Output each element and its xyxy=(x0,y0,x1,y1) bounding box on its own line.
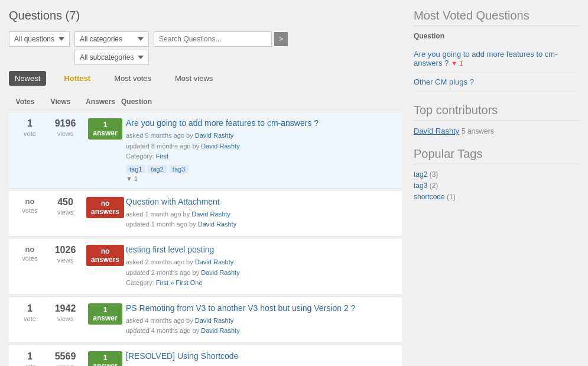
category-filters: All categories All subcategories xyxy=(74,31,149,65)
question-title-link[interactable]: Question with Attachment xyxy=(126,197,397,206)
views-label: views xyxy=(57,315,74,322)
popular-tags-title: Popular Tags xyxy=(414,147,579,164)
vote-label: vote xyxy=(24,130,36,137)
question-meta: asked 1 month ago by David Rashty update… xyxy=(126,209,397,230)
table-row: no votes 1026 views noanswers testing fi… xyxy=(9,239,402,295)
category-link[interactable]: First xyxy=(156,153,168,160)
question-info: Are you going to add more features to cm… xyxy=(126,118,397,182)
col-header-views: Views xyxy=(41,98,80,106)
most-voted-list: Are you going to add more features to cm… xyxy=(414,45,579,92)
views-label: views xyxy=(57,130,74,137)
tab-newest[interactable]: Newest xyxy=(9,71,46,86)
question-info: PS Remoting from V3 to another V3 host b… xyxy=(126,303,397,336)
question-meta: asked 2 months ago by David Rashty updat… xyxy=(126,257,397,289)
votes-stat: 1 vote xyxy=(14,303,46,323)
main-content: Questions (7) All questions All categori… xyxy=(9,9,402,366)
table-row: no votes 450 views noanswers Question wi… xyxy=(9,191,402,237)
views-stat: 1026 views xyxy=(46,245,85,264)
views-stat: 5569 views xyxy=(46,351,85,366)
answer-badge: 1answer xyxy=(88,351,122,366)
question-meta: asked 9 months ago by David Rashty updat… xyxy=(126,364,397,366)
column-headers: Votes Views Answers Question xyxy=(9,95,402,109)
search-input[interactable] xyxy=(154,31,272,47)
views-count: 1942 xyxy=(46,303,85,314)
votes-stat: 1 vote xyxy=(14,118,46,138)
vote-label: votes xyxy=(22,255,37,262)
author-link-updated[interactable]: David Rashty xyxy=(201,327,239,334)
contributor-item: David Rashty 5 answers xyxy=(414,127,579,135)
col-header-votes: Votes xyxy=(9,98,41,106)
popular-tag-item: shortcode (1) xyxy=(414,193,579,201)
search-button[interactable]: > xyxy=(274,32,288,46)
answers-stat: noanswers xyxy=(85,197,126,218)
vote-count: no xyxy=(14,245,46,254)
voted-count: ▼ 1 xyxy=(451,60,463,67)
answer-badge: 1answer xyxy=(88,303,122,325)
question-meta: asked 4 months ago by David Rashty updat… xyxy=(126,316,397,336)
views-stat: 9196 views xyxy=(46,118,85,138)
answer-badge: noanswers xyxy=(86,197,124,218)
tag[interactable]: tag1 xyxy=(126,165,145,173)
top-contributors-title: Top contributors xyxy=(414,103,579,121)
views-count: 450 xyxy=(46,197,85,208)
sidebar-question-link[interactable]: Are you going to add more features to cm… xyxy=(414,50,558,67)
tag-count: (1) xyxy=(447,193,456,201)
views-stat: 450 views xyxy=(46,197,85,216)
views-stat: 1942 views xyxy=(46,303,85,323)
views-label: views xyxy=(57,257,74,264)
sidebar: Most Voted Questions Question Are you go… xyxy=(414,9,579,366)
contributor-answers: 5 answers xyxy=(462,127,494,135)
search-row: > xyxy=(154,31,288,47)
views-label: views xyxy=(57,209,74,216)
table-row: 1 vote 5569 views 1answer [RESOLVED] Usi… xyxy=(9,345,402,366)
all-questions-select[interactable]: All questions xyxy=(9,31,70,47)
vote-label: votes xyxy=(22,207,37,214)
author-link[interactable]: David Rashty xyxy=(195,317,233,324)
author-link-updated[interactable]: David Rashty xyxy=(198,221,236,228)
tabs-row: Newest Hottest Most votes Most views xyxy=(9,71,402,86)
all-categories-select[interactable]: All categories xyxy=(74,31,149,47)
col-header-answers: Answers xyxy=(80,98,121,106)
category-link[interactable]: First » First One xyxy=(156,279,203,286)
vote-count: 1 xyxy=(14,303,46,314)
votes-stat: no votes xyxy=(14,245,46,263)
sidebar-voted-item: Are you going to add more features to cm… xyxy=(414,45,579,73)
author-link[interactable]: David Rashty xyxy=(191,210,230,218)
tag[interactable]: tag3 xyxy=(169,165,189,173)
question-meta: asked 9 months ago by David Rashty updat… xyxy=(126,131,397,162)
answer-badge: noanswers xyxy=(86,245,124,266)
tag[interactable]: tag2 xyxy=(147,165,167,173)
question-title-link[interactable]: Are you going to add more features to cm… xyxy=(126,118,397,128)
tab-most-views[interactable]: Most views xyxy=(169,71,219,86)
table-row: 1 vote 9196 views 1answer Are you going … xyxy=(9,112,402,189)
views-count: 9196 xyxy=(46,118,85,129)
popular-tag-link[interactable]: shortcode xyxy=(414,193,445,201)
tab-hottest[interactable]: Hottest xyxy=(58,71,96,86)
top-contributors-section: Top contributors David Rashty 5 answers xyxy=(414,103,579,135)
all-subcategories-select[interactable]: All subcategories xyxy=(74,50,149,65)
vote-indicator: ▼ 1 xyxy=(126,175,397,182)
views-label: views xyxy=(57,363,74,366)
sidebar-voted-item: Other CM plugs ? xyxy=(414,73,579,92)
question-info: [RESOLVED] Using Shortcode asked 9 month… xyxy=(126,351,397,366)
popular-tag-link[interactable]: tag3 xyxy=(414,182,427,190)
popular-tag-link[interactable]: tag2 xyxy=(414,170,427,179)
author-link-updated[interactable]: David Rashty xyxy=(201,142,239,150)
author-link[interactable]: David Rashty xyxy=(195,132,233,139)
sidebar-question-col: Question xyxy=(414,32,579,40)
tab-most-votes[interactable]: Most votes xyxy=(108,71,157,86)
author-link[interactable]: David Rashty xyxy=(195,258,233,265)
contributor-link[interactable]: David Rashty xyxy=(414,127,459,135)
author-link-updated[interactable]: David Rashty xyxy=(201,269,239,276)
vote-count: 1 xyxy=(14,351,46,362)
popular-tag-item: tag2 (3) xyxy=(414,170,579,179)
questions-list: 1 vote 9196 views 1answer Are you going … xyxy=(9,112,402,366)
question-title-link[interactable]: testing first level posting xyxy=(126,245,397,254)
contributors-list: David Rashty 5 answers xyxy=(414,127,579,135)
question-title-link[interactable]: [RESOLVED] Using Shortcode xyxy=(126,351,397,361)
question-info: Question with Attachment asked 1 month a… xyxy=(126,197,397,230)
question-title-link[interactable]: PS Remoting from V3 to another V3 host b… xyxy=(126,303,397,313)
popular-tags-section: Popular Tags tag2 (3)tag3 (2)shortcode (… xyxy=(414,147,579,201)
sidebar-question-link[interactable]: Other CM plugs ? xyxy=(414,77,474,86)
vote-label: vote xyxy=(24,315,36,322)
